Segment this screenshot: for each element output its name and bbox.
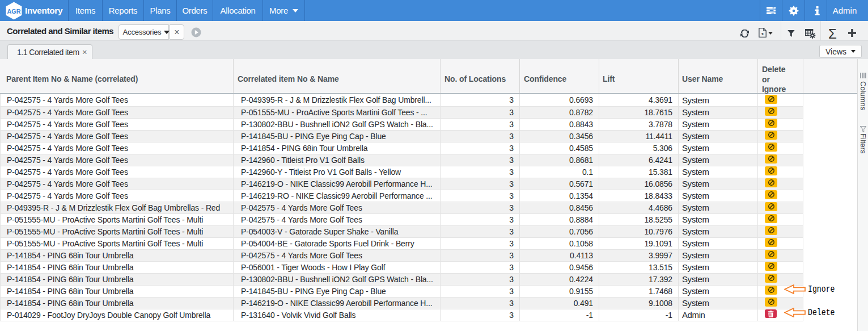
svg-text:AGR: AGR bbox=[7, 8, 20, 15]
svg-text:x: x bbox=[761, 31, 764, 36]
